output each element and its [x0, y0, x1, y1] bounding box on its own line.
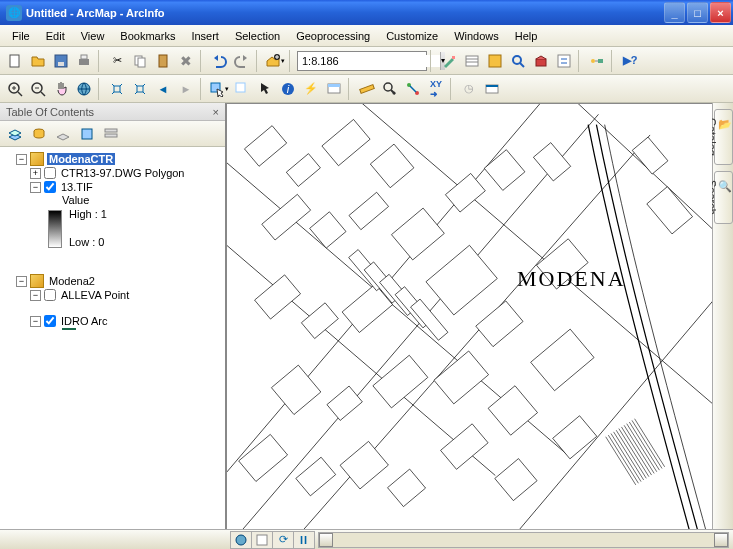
menu-bar: File Edit View Bookmarks Insert Selectio… [0, 25, 733, 47]
toc-tree[interactable]: − ModenaCTR + CTR13-97.DWG Polygon [0, 147, 225, 529]
new-button[interactable] [4, 50, 26, 72]
open-button[interactable] [27, 50, 49, 72]
svg-rect-32 [236, 83, 245, 92]
pointer-button[interactable] [254, 78, 276, 100]
layer-checkbox[interactable] [44, 315, 56, 327]
layer-ctr13[interactable]: CTR13-97.DWG Polygon [59, 167, 187, 179]
expander-icon[interactable]: − [30, 290, 41, 301]
back-button[interactable]: ◄ [152, 78, 174, 100]
redo-button[interactable] [231, 50, 253, 72]
undo-button[interactable] [208, 50, 230, 72]
menu-edit[interactable]: Edit [38, 27, 73, 45]
layer-13tif[interactable]: 13.TIF [59, 181, 95, 193]
menu-insert[interactable]: Insert [183, 27, 227, 45]
svg-rect-2 [58, 62, 64, 66]
list-by-drawing-order-button[interactable] [4, 123, 26, 145]
expander-icon[interactable]: + [30, 168, 41, 179]
horizontal-scrollbar[interactable] [318, 532, 729, 548]
layer-alleva[interactable]: ALLEVA Point [59, 289, 131, 301]
list-by-visibility-button[interactable] [52, 123, 74, 145]
layer-checkbox[interactable] [44, 181, 56, 193]
layer-checkbox[interactable] [44, 167, 56, 179]
scale-input[interactable] [302, 55, 440, 67]
menu-file[interactable]: File [4, 27, 38, 45]
dataframe-icon [30, 152, 44, 166]
zoom-out-button[interactable] [27, 78, 49, 100]
menu-customize[interactable]: Customize [378, 27, 446, 45]
map-view[interactable]: MODENA [226, 103, 712, 529]
menu-windows[interactable]: Windows [446, 27, 507, 45]
legend-high: High : 1 [69, 208, 107, 220]
options-button[interactable] [100, 123, 122, 145]
toc-button[interactable] [461, 50, 483, 72]
catalog-tab[interactable]: 📂Catalog [714, 109, 733, 165]
fixed-zoom-out-button[interactable] [129, 78, 151, 100]
search-window-button[interactable] [507, 50, 529, 72]
expander-icon[interactable]: − [30, 316, 41, 327]
menu-bookmarks[interactable]: Bookmarks [112, 27, 183, 45]
model-builder-button[interactable] [586, 50, 608, 72]
full-extent-button[interactable] [73, 78, 95, 100]
html-popup-button[interactable] [323, 78, 345, 100]
layer-idro[interactable]: IDRO Arc [59, 315, 109, 327]
legend-value-label: Value [62, 194, 89, 206]
close-button[interactable]: × [710, 2, 731, 23]
forward-button[interactable]: ► [175, 78, 197, 100]
paste-button[interactable] [152, 50, 174, 72]
add-data-button[interactable]: ▾ [264, 50, 286, 72]
list-by-source-button[interactable] [28, 123, 50, 145]
create-viewer-button[interactable] [481, 78, 503, 100]
fixed-zoom-in-button[interactable] [106, 78, 128, 100]
catalog-icon: 📂 [718, 118, 732, 131]
maximize-button[interactable]: □ [687, 2, 708, 23]
refresh-button[interactable]: ⟳ [272, 531, 294, 549]
svg-point-18 [591, 59, 595, 63]
print-button[interactable] [73, 50, 95, 72]
menu-help[interactable]: Help [507, 27, 546, 45]
pan-button[interactable] [50, 78, 72, 100]
svg-line-26 [41, 92, 45, 96]
scale-combo[interactable]: ▾ [297, 51, 427, 71]
svg-point-107 [236, 535, 246, 545]
svg-rect-13 [489, 55, 501, 67]
search-tab[interactable]: 🔍Search [714, 171, 733, 224]
save-button[interactable] [50, 50, 72, 72]
dataframe-modena2[interactable]: Modena2 [47, 275, 97, 287]
delete-button[interactable]: ✖ [175, 50, 197, 72]
menu-view[interactable]: View [73, 27, 113, 45]
select-features-button[interactable]: ▾ [208, 78, 230, 100]
expander-icon[interactable]: − [16, 276, 27, 287]
toc-close-icon[interactable]: × [213, 106, 219, 118]
measure-button[interactable] [356, 78, 378, 100]
python-button[interactable] [553, 50, 575, 72]
clear-selection-button[interactable] [231, 78, 253, 100]
expander-icon[interactable]: − [16, 154, 27, 165]
find-route-button[interactable] [402, 78, 424, 100]
find-button[interactable] [379, 78, 401, 100]
svg-rect-4 [81, 55, 87, 59]
svg-rect-10 [466, 56, 478, 66]
layer-checkbox[interactable] [44, 289, 56, 301]
hyperlink-button[interactable]: ⚡ [300, 78, 322, 100]
pause-button[interactable]: II [293, 531, 315, 549]
identify-button[interactable]: i [277, 78, 299, 100]
menu-geoprocessing[interactable]: Geoprocessing [288, 27, 378, 45]
go-to-xy-button[interactable]: XY➜ [425, 78, 447, 100]
zoom-in-button[interactable] [4, 78, 26, 100]
time-slider-button[interactable]: ◷ [458, 78, 480, 100]
copy-button[interactable] [129, 50, 151, 72]
editor-toolbar-button[interactable] [438, 50, 460, 72]
menu-selection[interactable]: Selection [227, 27, 288, 45]
whats-this-button[interactable]: ▶? [619, 50, 641, 72]
list-by-selection-button[interactable] [76, 123, 98, 145]
app-icon: 🌐 [6, 5, 22, 21]
layout-view-tab[interactable] [251, 531, 273, 549]
minimize-button[interactable]: _ [664, 2, 685, 23]
arctoolbox-button[interactable] [530, 50, 552, 72]
dataframe-modenactr[interactable]: ModenaCTR [47, 153, 115, 165]
svg-rect-17 [558, 55, 570, 67]
cut-button[interactable]: ✂ [106, 50, 128, 72]
catalog-button[interactable] [484, 50, 506, 72]
data-view-tab[interactable] [230, 531, 252, 549]
expander-icon[interactable]: − [30, 182, 41, 193]
